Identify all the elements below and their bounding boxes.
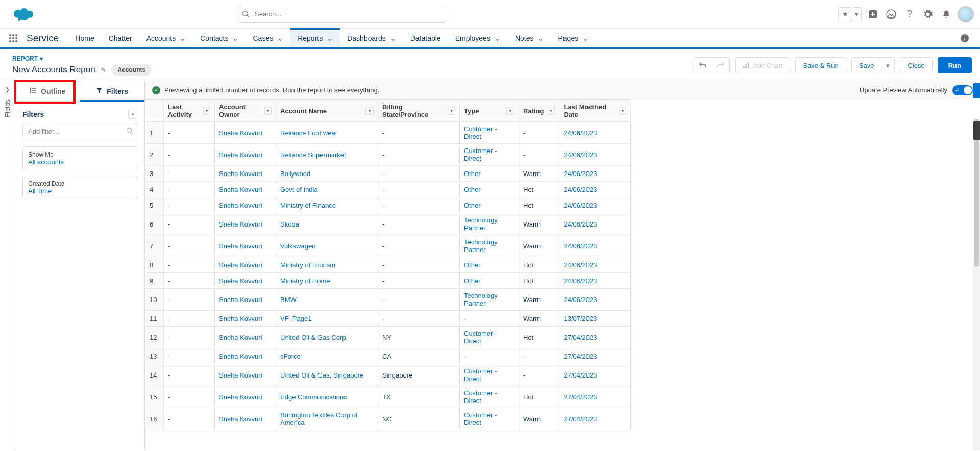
cell-account-name[interactable]: Burlington Textiles Corp of America (276, 408, 378, 430)
nav-item-home[interactable]: Home (68, 29, 101, 47)
cell-last-modified[interactable]: 27/04/2023 (559, 386, 631, 408)
cell-type[interactable]: - (460, 311, 519, 327)
cell-account-owner[interactable]: Sneha Kovvuri (215, 311, 276, 327)
cell-last-modified[interactable]: 24/06/2023 (559, 197, 631, 213)
add-filter-input[interactable] (22, 123, 137, 139)
filter-card[interactable]: Show MeAll accounts (22, 146, 137, 170)
nav-item-chatter[interactable]: Chatter (102, 29, 139, 47)
nav-item-datatable[interactable]: Datatable (403, 29, 448, 47)
undo-button[interactable] (694, 57, 712, 73)
cell-account-owner[interactable]: Sneha Kovvuri (215, 182, 276, 197)
cell-account-name[interactable]: Reliance Supermarket (276, 144, 378, 166)
filter-card[interactable]: Created DateAll Time (22, 176, 137, 199)
fields-panel-toggle[interactable]: ❯ Fields (0, 81, 15, 450)
cell-last-modified[interactable]: 24/06/2023 (559, 122, 631, 144)
column-menu-dropdown[interactable]: ▼ (203, 107, 210, 115)
cell-account-name[interactable]: VF_Page1 (276, 311, 378, 327)
cell-type[interactable]: Customer - Direct (460, 364, 519, 386)
right-edge-panel-toggle-2[interactable] (973, 121, 980, 140)
nav-item-notes[interactable]: Notes⌄ (508, 29, 551, 47)
cell-type[interactable]: Customer - Direct (460, 122, 519, 144)
filters-menu-dropdown[interactable]: ▾ (128, 110, 137, 119)
column-header[interactable]: Last Modified Date▼ (559, 100, 631, 122)
cell-account-owner[interactable]: Sneha Kovvuri (215, 364, 276, 386)
column-header[interactable]: Billing State/Province▼ (378, 100, 460, 122)
cell-last-modified[interactable]: 27/04/2023 (559, 408, 631, 430)
add-chart-button[interactable]: Add Chart (735, 57, 791, 73)
report-entity-pill[interactable]: Accounts (111, 64, 152, 76)
column-menu-dropdown[interactable]: ▼ (547, 107, 555, 115)
nav-item-reports[interactable]: Reports⌄ (290, 29, 340, 47)
setup-gear-icon[interactable] (921, 7, 935, 21)
cell-last-modified[interactable]: 24/06/2023 (559, 182, 631, 197)
cell-account-owner[interactable]: Sneha Kovvuri (215, 213, 276, 235)
cell-type[interactable]: Customer - Direct (460, 327, 519, 348)
cell-last-modified[interactable]: 24/06/2023 (559, 166, 631, 182)
column-menu-dropdown[interactable]: ▼ (264, 107, 272, 115)
cell-last-modified[interactable]: 24/06/2023 (559, 273, 631, 289)
nav-item-pages[interactable]: Pages⌄ (551, 29, 596, 47)
cell-account-owner[interactable]: Sneha Kovvuri (215, 327, 276, 348)
right-edge-panel-toggle[interactable] (973, 83, 980, 98)
cell-account-name[interactable]: Govt of India (276, 182, 378, 197)
cell-last-modified[interactable]: 24/06/2023 (559, 289, 631, 311)
cell-account-owner[interactable]: Sneha Kovvuri (215, 386, 276, 408)
cell-type[interactable]: Other (460, 182, 519, 197)
cell-account-owner[interactable]: Sneha Kovvuri (215, 257, 276, 273)
cell-account-name[interactable]: Ministry of Finance (276, 197, 378, 213)
cell-type[interactable]: Other (460, 197, 519, 213)
cell-account-name[interactable]: BMW (276, 289, 378, 311)
column-header[interactable]: Rating▼ (519, 100, 559, 122)
cell-account-name[interactable]: United Oil & Gas, Singapore (276, 364, 378, 386)
cell-last-modified[interactable]: 24/06/2023 (559, 144, 631, 166)
cell-account-name[interactable]: Ministry of Tourism (276, 257, 378, 273)
save-run-button[interactable]: Save & Run (795, 57, 846, 73)
column-menu-dropdown[interactable]: ▼ (506, 107, 514, 115)
cell-type[interactable]: Technology Partner (460, 213, 519, 235)
cell-type[interactable]: Other (460, 257, 519, 273)
add-icon[interactable] (866, 7, 880, 21)
cell-type[interactable]: Other (460, 166, 519, 182)
trailhead-icon[interactable] (884, 7, 898, 21)
app-launcher-icon[interactable] (4, 29, 22, 47)
cell-account-owner[interactable]: Sneha Kovvuri (215, 166, 276, 182)
cell-account-name[interactable]: Bollywood (276, 166, 378, 182)
column-menu-dropdown[interactable]: ▼ (619, 107, 626, 115)
cell-last-modified[interactable]: 27/04/2023 (559, 348, 631, 364)
column-menu-dropdown[interactable]: ▼ (365, 107, 374, 115)
cell-type[interactable]: - (460, 348, 519, 364)
data-grid-wrap[interactable]: Last Activity▼Account Owner▼Account Name… (145, 99, 980, 450)
cell-account-owner[interactable]: Sneha Kovvuri (215, 348, 276, 364)
cell-account-name[interactable]: Skoda (276, 213, 378, 235)
search-input[interactable] (237, 6, 446, 23)
cell-type[interactable]: Technology Partner (460, 289, 519, 311)
cell-last-modified[interactable]: 24/06/2023 (559, 235, 631, 257)
cell-account-owner[interactable]: Sneha Kovvuri (215, 122, 276, 144)
cell-last-modified[interactable]: 24/06/2023 (559, 213, 631, 235)
favorite-button[interactable]: ★ (838, 7, 852, 21)
cell-type[interactable]: Other (460, 273, 519, 289)
save-button[interactable]: Save (851, 57, 882, 73)
cell-last-modified[interactable]: 13/07/2023 (559, 311, 631, 327)
notifications-bell-icon[interactable] (939, 7, 953, 21)
column-header[interactable]: Type▼ (460, 100, 519, 122)
nav-item-contacts[interactable]: Contacts⌄ (193, 29, 246, 47)
column-header[interactable]: Last Activity▼ (164, 100, 215, 122)
user-avatar[interactable] (958, 6, 974, 22)
column-menu-dropdown[interactable]: ▼ (448, 107, 455, 115)
redo-button[interactable] (712, 57, 730, 73)
nav-item-cases[interactable]: Cases⌄ (246, 29, 290, 47)
cell-account-name[interactable]: Ministry of Home (276, 273, 378, 289)
column-header[interactable]: Account Owner▼ (215, 100, 276, 122)
cell-account-owner[interactable]: Sneha Kovvuri (215, 273, 276, 289)
help-icon[interactable]: ? (902, 7, 917, 21)
auto-preview-toggle[interactable]: ✓ (952, 85, 973, 95)
edit-title-pencil-icon[interactable]: ✎ (101, 66, 106, 74)
run-button[interactable]: Run (938, 57, 972, 73)
cell-account-name[interactable]: United Oil & Gas Corp. (276, 327, 378, 348)
cell-account-owner[interactable]: Sneha Kovvuri (215, 197, 276, 213)
cell-account-name[interactable]: Edge Communications (276, 386, 378, 408)
cell-account-owner[interactable]: Sneha Kovvuri (215, 289, 276, 311)
report-breadcrumb[interactable]: REPORT ▾ (12, 55, 152, 62)
save-dropdown[interactable]: ▾ (881, 57, 895, 73)
